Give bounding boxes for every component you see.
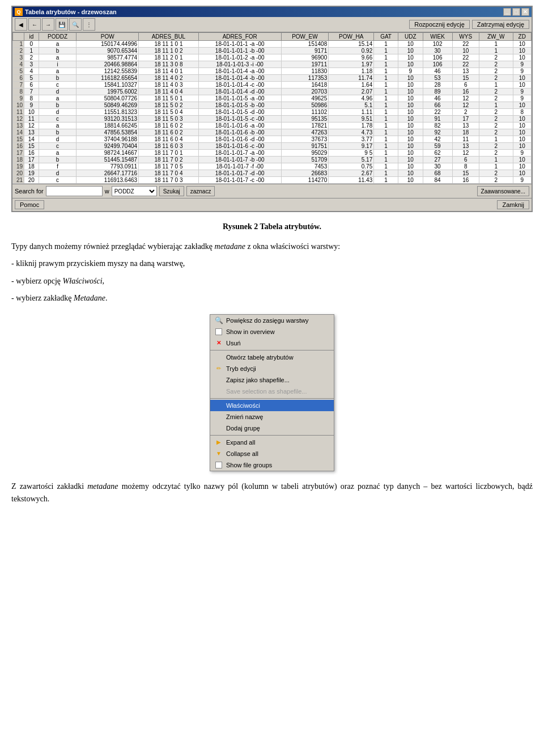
table-row[interactable]: 1413b47856.5385418 11 6 0 218-01-1-01-6 … <box>13 129 532 136</box>
cell-zd: 10 <box>513 170 531 177</box>
table-row[interactable]: 1312a18814.6624518 11 6 0 218-01-1-01-6 … <box>13 123 532 129</box>
cell-adresbul: 18 11 4 0 4 <box>139 88 199 95</box>
cell-adresfor: 18-01-1-01-1 -a -00 <box>198 41 281 48</box>
cell-powha: 5.17 <box>329 157 374 163</box>
menu-item-label: Tryb edycji <box>226 365 256 372</box>
toolbar-zoom-button[interactable]: 🔍 <box>69 18 82 31</box>
zaznacz-button[interactable]: zaznacz <box>186 186 215 196</box>
cell-powha: 15.14 <box>329 41 374 48</box>
cell-udz: 10 <box>398 129 423 136</box>
cell-id: 10 <box>24 109 39 116</box>
cell-zww: 1 <box>479 157 513 163</box>
table-row[interactable]: 109b50849.4626918 11 5 0 218-01-1-01-5 -… <box>13 102 532 109</box>
table-row[interactable]: 1918f7793.091118 11 7 0 518-01-1-01-7 -f… <box>13 163 532 170</box>
menu-item-expand-all[interactable]: ▶Expand all <box>210 437 334 448</box>
search-button[interactable]: Szukaj <box>159 186 184 196</box>
zamknij-button[interactable]: Zamknij <box>497 200 529 209</box>
menu-item-show-overview[interactable]: Show in overview <box>210 326 334 337</box>
cell-powha: 2.07 <box>329 88 374 95</box>
toolbar-save-button[interactable]: 💾 <box>56 18 68 31</box>
toolbar-arrow-button[interactable]: ◀ <box>15 18 27 31</box>
empty-icon <box>215 402 223 409</box>
col-rownum <box>13 33 24 41</box>
table-row[interactable]: 54a12142.5583918 11 4 0 118-01-1-01-4 -a… <box>13 68 532 75</box>
table-row[interactable]: 1110d11551.8132318 11 5 0 418-01-1-01-5 … <box>13 109 532 116</box>
body-bullet-3: - wybierz zakładkę Metadane. <box>11 292 533 305</box>
table-row[interactable]: 76c15841.1032718 11 4 0 318-01-1-01-4 -c… <box>13 82 532 88</box>
table-row[interactable]: 10a150174.4499618 11 1 0 118-01-1-01-1 -… <box>13 41 532 48</box>
stop-edit-button[interactable]: Zatrzymaj edycję <box>472 20 529 29</box>
cell-zd: 10 <box>513 41 531 48</box>
table-row[interactable]: 1817b51445.1548718 11 7 0 218-01-1-01-7 … <box>13 157 532 163</box>
toolbar-extra-button[interactable]: ⋮ <box>83 18 95 31</box>
begin-edit-button[interactable]: Rozpocznij edycję <box>409 20 470 29</box>
table-row[interactable]: 2019d26647.1771618 11 7 0 418-01-1-01-7 … <box>13 170 532 177</box>
cell-zd: 9 <box>513 177 531 184</box>
menu-item-zoom-to-layer[interactable]: 🔍Powiększ do zasięgu warstwy <box>210 315 334 326</box>
cell-adresbul: 18 11 6 0 2 <box>139 129 199 136</box>
cell-gat: 1 <box>374 75 398 82</box>
maximize-button[interactable]: □ <box>512 8 520 16</box>
search-field-dropdown[interactable]: PODDZ <box>112 186 157 196</box>
cell-gat: 1 <box>374 48 398 54</box>
cell-wiek: 102 <box>423 41 452 48</box>
cell-adresbul: 18 11 6 0 4 <box>139 136 199 143</box>
table-row[interactable]: 1211c93120.3151318 11 5 0 318-01-1-01-5 … <box>13 116 532 123</box>
cell-adresbul: 18 11 4 0 3 <box>139 82 199 88</box>
cell-udz: 9 <box>398 68 423 75</box>
figure-caption: Rysunek 2 Tabela atrybutów. <box>11 222 533 231</box>
cell-zww: 2 <box>479 123 513 129</box>
cell-adresfor: 18-01-1-01-7 -c -00 <box>198 177 281 184</box>
cell-udz: 10 <box>398 177 423 184</box>
table-row[interactable]: 87d19975.600218 11 4 0 418-01-1-01-4 -d … <box>13 88 532 95</box>
table-row[interactable]: 32a98577.477418 11 2 0 118-01-1-01-2 -a … <box>13 54 532 61</box>
remove-icon: ✕ <box>215 339 223 347</box>
table-row[interactable]: 2120c116913.646318 11 7 0 318-01-1-01-7 … <box>13 177 532 184</box>
cell-wys: 13 <box>452 68 479 75</box>
menu-item-properties[interactable]: Właściwości <box>210 400 334 411</box>
menu-item-edit-mode[interactable]: ✏Tryb edycji <box>210 363 334 374</box>
menu-item-remove[interactable]: ✕Usuń <box>210 337 334 349</box>
menu-item-label: Otwórz tabelę atrybutów <box>226 354 294 361</box>
table-row[interactable]: 98a50804.0772618 11 5 0 118-01-1-01-5 -a… <box>13 95 532 102</box>
row-number: 15 <box>13 136 24 143</box>
menu-item-show-file-groups[interactable]: Show file groups <box>210 459 334 471</box>
pomoc-button[interactable]: Pomoc <box>15 200 44 209</box>
cell-gat: 1 <box>374 61 398 68</box>
cell-zd: 9 <box>513 95 531 102</box>
table-row[interactable]: 1716a98724.1466718 11 7 0 118-01-1-01-7 … <box>13 150 532 157</box>
cell-zd: 10 <box>513 116 531 123</box>
close-button[interactable]: ✕ <box>521 8 529 16</box>
menu-item-label: Expand all <box>226 439 255 446</box>
table-row[interactable]: 1615c92499.7040418 11 6 0 318-01-1-01-6 … <box>13 143 532 150</box>
table-row[interactable]: 65b116182.6565418 11 4 0 218-01-1-01-4 -… <box>13 75 532 82</box>
cell-wys: 22 <box>452 61 479 68</box>
menu-item-save-shapefile[interactable]: Zapisz jako shapefile... <box>210 374 334 386</box>
cell-zww: 2 <box>479 129 513 136</box>
cell-pow: 92499.70404 <box>76 143 139 150</box>
cell-udz: 10 <box>398 109 423 116</box>
menu-item-collapse-all[interactable]: ▼Collapse all <box>210 448 334 459</box>
menu-item-open-attr-table[interactable]: Otwórz tabelę atrybutów <box>210 352 334 363</box>
table-row[interactable]: 1514d37404.9618818 11 6 0 418-01-1-01-6 … <box>13 136 532 143</box>
search-input[interactable] <box>46 186 103 196</box>
cell-wiek: 68 <box>423 170 452 177</box>
menu-item-rename[interactable]: Zmień nazwę <box>210 411 334 423</box>
toolbar-forward-button[interactable]: → <box>42 18 54 31</box>
table-row[interactable]: 43i20466.9886418 11 3 0 818-01-1-01-3 -i… <box>13 61 532 68</box>
menu-item-add-group[interactable]: Dodaj grupę <box>210 423 334 434</box>
zaawansowane-button[interactable]: Zaawansowane... <box>477 186 529 196</box>
cell-wiek: 28 <box>423 82 452 88</box>
table-row[interactable]: 21b9070.6534418 11 1 0 218-01-1-01-1 -b … <box>13 48 532 54</box>
body-text-1-rest: z okna właściwości warstwy: <box>245 242 340 251</box>
cell-wys: 11 <box>452 136 479 143</box>
cell-adresfor: 18-01-1-01-7 -f -00 <box>198 163 281 170</box>
cell-powew: 91751 <box>281 143 329 150</box>
cell-udz: 10 <box>398 150 423 157</box>
cell-adresbul: 18 11 5 0 1 <box>139 95 199 102</box>
cell-pow: 7793.0911 <box>76 163 139 170</box>
cell-powha: 4.73 <box>329 129 374 136</box>
body-text-1-italic: metadane <box>215 242 245 251</box>
toolbar-back-button[interactable]: ← <box>28 18 41 31</box>
minimize-button[interactable]: _ <box>503 8 511 16</box>
